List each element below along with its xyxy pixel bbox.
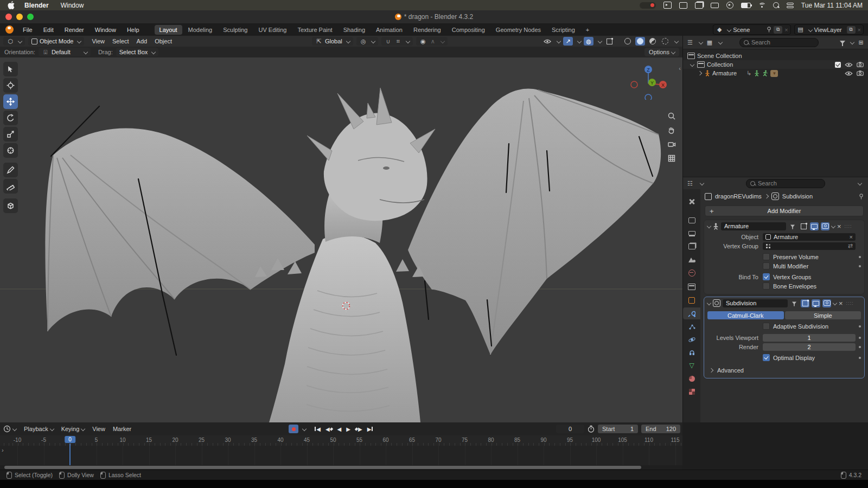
show-on-cage-toggle[interactable]	[788, 222, 797, 230]
keyboard-icon[interactable]	[711, 3, 719, 8]
tab-scripting[interactable]: Scripting	[547, 25, 580, 35]
menu-help[interactable]: Help	[127, 27, 139, 33]
outliner-row-scene-collection[interactable]: Scene Collection	[683, 52, 868, 60]
catmull-clark-button[interactable]: Catmull-Clark	[707, 311, 784, 319]
viewport-menu-view[interactable]: View	[92, 38, 105, 44]
collection-render-camera-icon[interactable]	[857, 62, 864, 67]
control-center-icon[interactable]	[787, 3, 794, 8]
show-overlays-toggle[interactable]: ◍	[584, 37, 593, 46]
new-view-layer-button[interactable]: ⧉	[847, 26, 856, 34]
proportional-edit-icon[interactable]: ◉	[419, 37, 427, 45]
current-frame-field[interactable]: 0	[556, 425, 584, 433]
timeline-menu-view[interactable]: View	[92, 426, 105, 432]
tab-rendering[interactable]: Rendering	[409, 25, 446, 35]
pin-icon[interactable]	[859, 194, 864, 200]
menu-bar-clock[interactable]: Tue Mar 11 11:04 AM	[801, 2, 863, 9]
drag-handle[interactable]: ::::	[845, 223, 852, 229]
armature-modifier-name-field[interactable]: Armature	[721, 222, 786, 230]
media-status-icon[interactable]	[663, 2, 672, 9]
tab-collection[interactable]	[683, 281, 700, 293]
timeline-sidebar-toggle[interactable]: ›	[2, 447, 4, 453]
object-visibility-toggle[interactable]	[542, 37, 552, 46]
tab-render[interactable]	[683, 214, 700, 226]
armature-data-icon[interactable]	[754, 70, 760, 76]
wifi-icon[interactable]	[758, 3, 765, 8]
tab-world[interactable]	[683, 267, 700, 279]
remove-view-layer-button[interactable]: ×	[858, 27, 861, 33]
tool-annotate[interactable]	[3, 163, 18, 177]
options-button[interactable]: Options	[644, 48, 679, 56]
frame-start-field[interactable]: Start1	[598, 425, 638, 433]
tab-object-data[interactable]: ▽	[683, 359, 700, 371]
viewport-menu-object[interactable]: Object	[155, 38, 172, 44]
display-icon[interactable]	[679, 2, 687, 9]
clear-object-button[interactable]: ×	[850, 234, 853, 240]
adaptive-subdivision-checkbox[interactable]	[763, 323, 770, 330]
scene-selector[interactable]: ◆ Scene ⧉ ×	[713, 24, 790, 35]
show-in-editmode-toggle[interactable]	[799, 222, 808, 230]
tab-material[interactable]	[683, 373, 700, 384]
transform-orientation-selector[interactable]: ⇱ Global	[312, 37, 353, 46]
spotlight-icon[interactable]	[773, 2, 779, 8]
pan-hand-icon[interactable]	[667, 126, 676, 134]
tab-object[interactable]	[683, 294, 700, 306]
play-button[interactable]: ▶	[346, 426, 350, 432]
tool-select-box[interactable]	[3, 62, 18, 76]
animate-dot[interactable]	[859, 256, 861, 258]
shading-dropdown[interactable]	[674, 39, 679, 43]
keying-dropdown[interactable]	[302, 427, 307, 431]
delete-scene-button[interactable]: ×	[784, 27, 788, 33]
levels-viewport-field[interactable]: 1	[763, 334, 856, 342]
show-on-cage-toggle[interactable]	[790, 299, 799, 307]
orientation-dropdown[interactable]: ⍗ Default	[39, 48, 91, 56]
show-in-render-toggle[interactable]	[822, 299, 831, 307]
tab-modifiers[interactable]	[683, 307, 700, 319]
outliner-filter-icon[interactable]	[840, 41, 845, 44]
modifier-extras-dropdown[interactable]	[831, 224, 835, 228]
advanced-expand-arrow[interactable]	[709, 368, 713, 372]
timeline-tracks[interactable]: ›	[0, 446, 682, 465]
outliner-display-mode-icon[interactable]: ▦	[706, 38, 713, 46]
proportional-editing-controls[interactable]: ◉ ∧	[416, 37, 448, 46]
armature-render-camera-icon[interactable]	[857, 70, 864, 76]
dragon-model[interactable]	[0, 57, 682, 422]
mode-selector[interactable]: Object Mode	[28, 37, 84, 46]
tab-texture-paint[interactable]: Texture Paint	[292, 25, 337, 35]
viewport-menu-select[interactable]: Select	[112, 38, 129, 44]
xray-toggle[interactable]	[604, 37, 614, 46]
show-in-viewport-toggle[interactable]	[810, 222, 819, 230]
tab-texture[interactable]	[683, 386, 700, 397]
pin-icon[interactable]	[767, 27, 771, 33]
properties-search-input[interactable]: Search	[746, 179, 825, 188]
preserve-volume-checkbox[interactable]	[763, 253, 770, 260]
new-collection-button[interactable]: ⊞	[857, 38, 865, 46]
modifier-extras-dropdown[interactable]	[833, 301, 837, 305]
view-layer-selector[interactable]: ▤ ViewLayer ⧉ ×	[794, 24, 864, 35]
tab-scene[interactable]	[683, 254, 700, 266]
jump-to-end-button[interactable]: ▶	[367, 426, 373, 432]
tool-rotate[interactable]	[3, 111, 18, 125]
timeline-menu-marker[interactable]: Marker	[113, 426, 131, 432]
animate-dot[interactable]	[859, 325, 861, 328]
snap-controls[interactable]: ∪ ⌗	[381, 37, 413, 46]
timeline-horizontal-scrollbar[interactable]	[4, 466, 641, 469]
macos-app-menu[interactable]: Blender	[24, 2, 49, 9]
tab-particles[interactable]	[683, 320, 700, 332]
add-workspace-button[interactable]: +	[581, 25, 594, 35]
navigation-gizmo[interactable]: Z X Y	[629, 62, 667, 100]
armature-expand-arrow[interactable]	[698, 71, 702, 75]
tool-add-cube[interactable]	[3, 198, 18, 213]
show-in-viewport-toggle[interactable]	[812, 299, 820, 307]
show-gizmo-toggle[interactable]: ↗	[563, 37, 573, 46]
magnet-icon[interactable]: ∪	[385, 37, 392, 45]
prev-keyframe-button[interactable]: ◀	[326, 426, 333, 432]
next-keyframe-button[interactable]: ▶	[355, 426, 362, 432]
stopwatch-icon[interactable]	[588, 425, 595, 433]
shading-material-button[interactable]	[648, 37, 658, 46]
shading-rendered-button[interactable]	[660, 37, 670, 46]
stage-manager-icon[interactable]	[695, 2, 703, 9]
breadcrumb-modifier[interactable]: Subdivision	[782, 193, 813, 200]
simple-button[interactable]: Simple	[785, 311, 861, 319]
collection-checkbox[interactable]	[835, 62, 841, 68]
zoom-icon[interactable]	[667, 112, 676, 120]
